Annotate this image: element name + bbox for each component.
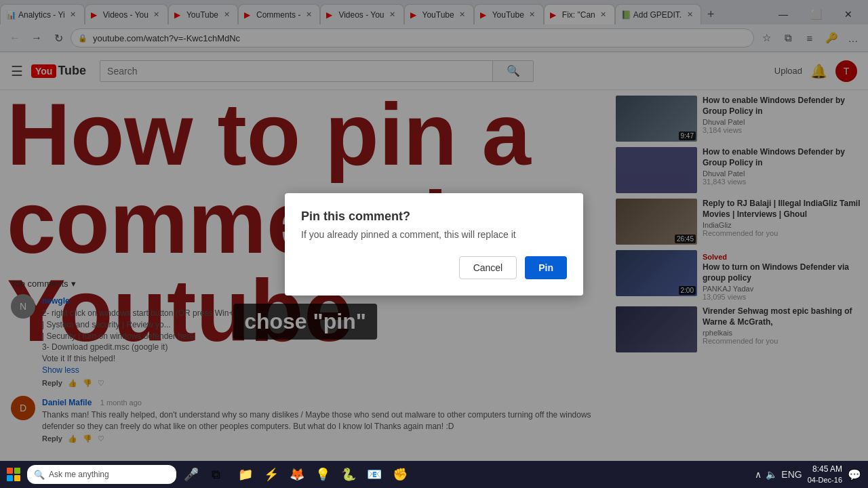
taskbar-app-explorer[interactable]: 📁 [233,462,258,487]
start-sq-1 [7,468,13,474]
pin-button[interactable]: Pin [525,256,567,279]
taskbar-date-display: 04-Dec-16 [808,475,842,485]
cancel-button[interactable]: Cancel [459,256,517,279]
volume-icon[interactable]: 🔈 [766,469,777,480]
mail-icon: 📧 [367,467,382,482]
python-icon: 🐍 [341,467,356,482]
taskbar-mic-app[interactable]: 🎤 [179,462,203,487]
taskbar-app-edge[interactable]: ⚡ [259,462,283,487]
windows-logo [7,468,20,481]
taskbar-clock[interactable]: 8:45 AM 04-Dec-16 [808,464,842,485]
taskbar-app-firefox[interactable]: 🦊 [285,462,309,487]
notification-center-icon[interactable]: 💬 [848,468,861,481]
edge-icon: ⚡ [264,467,279,482]
store-icon: 💡 [315,467,330,482]
start-sq-4 [14,475,20,481]
taskbar-app-python[interactable]: 🐍 [336,462,361,487]
modal-actions: Cancel Pin [301,256,567,279]
taskbar-search[interactable]: 🔍 Ask me anything [27,465,176,484]
modal-overlay: Pin this comment? If you already pinned … [0,0,868,488]
taskbar-search-text: Ask me anything [49,470,109,479]
mic-icon: 🎤 [184,467,199,482]
modal-title: Pin this comment? [301,209,567,224]
sys-icons: ∧ 🔈 ENG [755,469,802,480]
language-indicator[interactable]: ENG [781,469,802,480]
taskview-icon: ⧉ [212,468,220,482]
start-sq-3 [7,475,13,481]
taskbar: 🔍 Ask me anything 🎤 ⧉ 📁 ⚡ 🦊 💡 🐍 📧 ✊ ∧ 🔈 … [0,461,868,488]
taskbar-taskview[interactable]: ⧉ [203,462,228,487]
taskbar-app-mail[interactable]: 📧 [362,462,387,487]
start-sq-2 [14,468,20,474]
pin-comment-dialog: Pin this comment? If you already pinned … [285,193,583,296]
explorer-icon: 📁 [238,467,253,482]
taskbar-app-fist[interactable]: ✊ [388,462,412,487]
taskbar-time-display: 8:45 AM [808,464,842,475]
taskbar-apps: 📁 ⚡ 🦊 💡 🐍 📧 ✊ [228,462,418,487]
fist-icon: ✊ [393,467,408,482]
taskbar-right: ∧ 🔈 ENG 8:45 AM 04-Dec-16 💬 [748,464,868,485]
modal-body: If you already pinned a comment, this wi… [301,229,567,240]
taskbar-app-store[interactable]: 💡 [311,462,335,487]
start-button[interactable] [0,461,27,488]
taskbar-search-icon: 🔍 [34,470,45,480]
chevron-up-icon[interactable]: ∧ [755,469,762,480]
firefox-icon: 🦊 [290,467,304,482]
